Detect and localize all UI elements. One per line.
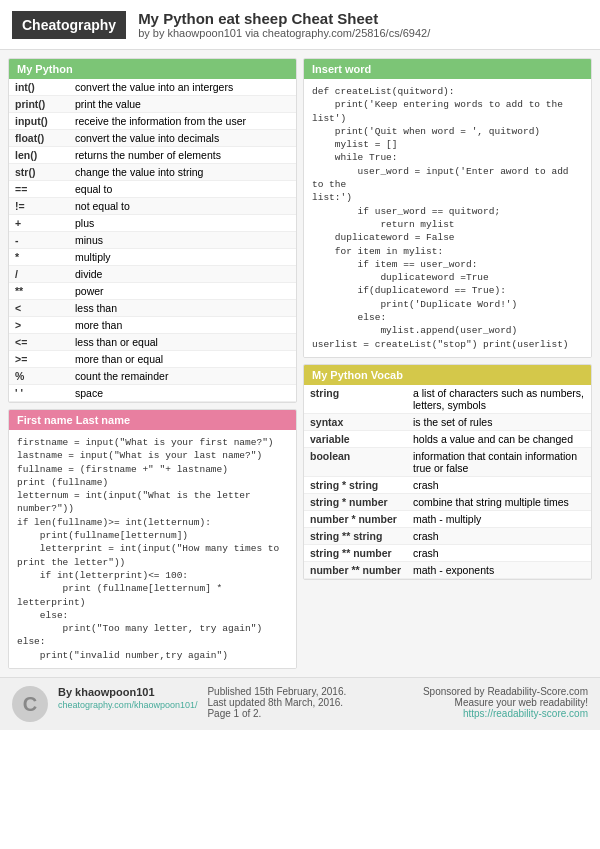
vocab-value: combine that string multiple times	[407, 493, 591, 510]
vocab-value: crash	[407, 544, 591, 561]
row-key: <=	[9, 334, 69, 351]
vocab-key: number ** number	[304, 561, 407, 578]
table-row: +plus	[9, 215, 296, 232]
row-key: float()	[9, 130, 69, 147]
row-key: *	[9, 249, 69, 266]
right-column: Insert word def createList(quitword): pr…	[303, 58, 592, 669]
row-value: multiply	[69, 249, 296, 266]
page-header: Cheatography My Python eat sheep Cheat S…	[0, 0, 600, 50]
row-key: !=	[9, 198, 69, 215]
row-key: >	[9, 317, 69, 334]
table-row: string * stringcrash	[304, 476, 591, 493]
table-row: >=more than or equal	[9, 351, 296, 368]
row-key: ' '	[9, 385, 69, 402]
table-row: float()convert the value into decimals	[9, 130, 296, 147]
row-value: less than	[69, 300, 296, 317]
row-key: <	[9, 300, 69, 317]
my-python-section: My Python int()convert the value into an…	[8, 58, 297, 403]
row-key: str()	[9, 164, 69, 181]
vocab-key: string * string	[304, 476, 407, 493]
table-row: <less than	[9, 300, 296, 317]
insert-word-header: Insert word	[304, 59, 591, 79]
row-key: **	[9, 283, 69, 300]
footer-author: By khaowpoon101	[58, 686, 197, 698]
row-key: >=	[9, 351, 69, 368]
page-footer: C By khaowpoon101 cheatography.com/khaow…	[0, 677, 600, 730]
author-name: by khaowpoon101 via cheatography.com/258…	[153, 27, 430, 39]
row-value: more than or equal	[69, 351, 296, 368]
row-value: more than	[69, 317, 296, 334]
table-row: string ** stringcrash	[304, 527, 591, 544]
main-content: My Python int()convert the value into an…	[0, 50, 600, 677]
row-value: power	[69, 283, 296, 300]
row-key: -	[9, 232, 69, 249]
row-value: change the value into string	[69, 164, 296, 181]
page-subtitle: by by khaowpoon101 via cheatography.com/…	[138, 27, 430, 39]
table-row: >more than	[9, 317, 296, 334]
footer-sponsor-url[interactable]: https://readability-score.com	[463, 708, 588, 719]
vocab-value: math - exponents	[407, 561, 591, 578]
footer-center: Published 15th February, 2016. Last upda…	[207, 686, 392, 719]
my-python-header: My Python	[9, 59, 296, 79]
row-value: equal to	[69, 181, 296, 198]
vocab-key: string	[304, 385, 407, 414]
vocab-value: a list of characters such as numbers, le…	[407, 385, 591, 414]
table-row: !=not equal to	[9, 198, 296, 215]
row-value: count the remainder	[69, 368, 296, 385]
table-row: variableholds a value and can be changed	[304, 430, 591, 447]
vocab-table: stringa list of characters such as numbe…	[304, 385, 591, 579]
row-key: ==	[9, 181, 69, 198]
row-value: divide	[69, 266, 296, 283]
table-row: number ** numbermath - exponents	[304, 561, 591, 578]
vocab-key: boolean	[304, 447, 407, 476]
vocab-key: variable	[304, 430, 407, 447]
vocab-section: My Python Vocab stringa list of characte…	[303, 364, 592, 580]
row-value: less than or equal	[69, 334, 296, 351]
table-row: ==equal to	[9, 181, 296, 198]
table-row: string ** numbercrash	[304, 544, 591, 561]
table-row: number * numbermath - multiply	[304, 510, 591, 527]
vocab-value: crash	[407, 476, 591, 493]
footer-published: Published 15th February, 2016.	[207, 686, 392, 697]
table-row: stringa list of characters such as numbe…	[304, 385, 591, 414]
vocab-key: string ** string	[304, 527, 407, 544]
firstname-section: First name Last name firstname = input("…	[8, 409, 297, 669]
row-key: input()	[9, 113, 69, 130]
footer-page: Page 1 of 2.	[207, 708, 392, 719]
footer-right: Sponsored by Readability-Score.com Measu…	[403, 686, 588, 719]
table-row: str()change the value into string	[9, 164, 296, 181]
row-value: minus	[69, 232, 296, 249]
row-value: convert the value into an intergers	[69, 79, 296, 96]
logo: Cheatography	[12, 11, 126, 39]
row-key: print()	[9, 96, 69, 113]
table-row: int()convert the value into an intergers	[9, 79, 296, 96]
left-column: My Python int()convert the value into an…	[8, 58, 297, 669]
my-python-table: int()convert the value into an intergers…	[9, 79, 296, 402]
row-value: receive the information from the user	[69, 113, 296, 130]
footer-sponsor-text: Sponsored by Readability-Score.com	[403, 686, 588, 697]
vocab-value: information that contain information tru…	[407, 447, 591, 476]
page-title: My Python eat sheep Cheat Sheet	[138, 10, 430, 27]
firstname-header: First name Last name	[9, 410, 296, 430]
row-key: +	[9, 215, 69, 232]
table-row: %count the remainder	[9, 368, 296, 385]
vocab-value: holds a value and can be changed	[407, 430, 591, 447]
vocab-value: is the set of rules	[407, 413, 591, 430]
table-row: booleaninformation that contain informat…	[304, 447, 591, 476]
vocab-value: math - multiply	[407, 510, 591, 527]
footer-logo: C	[12, 686, 48, 722]
footer-url: cheatography.com/khaowpoon101/	[58, 700, 197, 710]
row-key: %	[9, 368, 69, 385]
header-title-block: My Python eat sheep Cheat Sheet by by kh…	[138, 10, 430, 39]
table-row: len()returns the number of elements	[9, 147, 296, 164]
table-row: input()receive the information from the …	[9, 113, 296, 130]
vocab-key: syntax	[304, 413, 407, 430]
firstname-code: firstname = input("What is your first na…	[9, 430, 296, 668]
row-value: space	[69, 385, 296, 402]
footer-updated: Last updated 8th March, 2016.	[207, 697, 392, 708]
table-row: print()print the value	[9, 96, 296, 113]
vocab-key: number * number	[304, 510, 407, 527]
row-value: print the value	[69, 96, 296, 113]
vocab-key: string * number	[304, 493, 407, 510]
table-row: string * numbercombine that string multi…	[304, 493, 591, 510]
